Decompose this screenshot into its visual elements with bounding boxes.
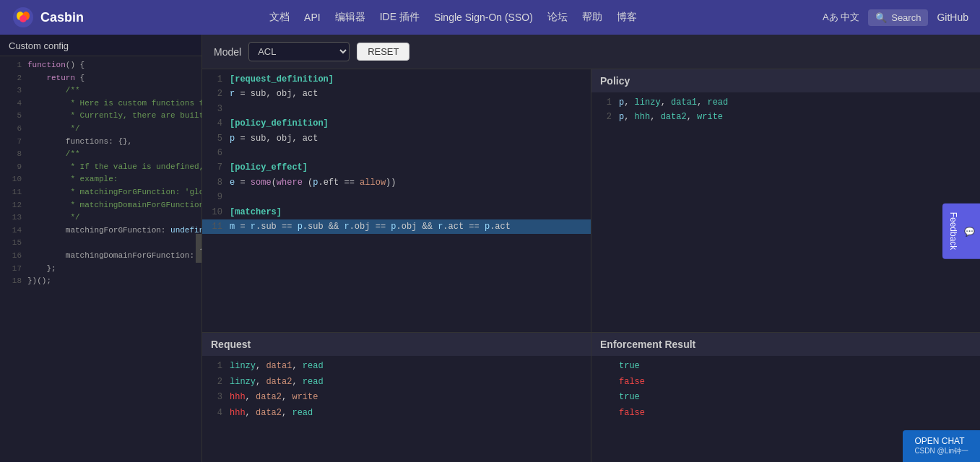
chat-label: OPEN CHAT bbox=[914, 436, 968, 446]
code-line-14: 14 matchingForGFunction: undefined, bbox=[0, 225, 201, 237]
model-line-2: 2 r = sub, obj, act bbox=[202, 87, 591, 101]
policy-panel-header: Policy bbox=[591, 69, 980, 92]
enforcement-line-1: true bbox=[591, 359, 980, 375]
nav-ide[interactable]: IDE 插件 bbox=[380, 11, 420, 24]
request-line-4: 4 hhh, data2, read bbox=[202, 406, 591, 422]
request-code-editor[interactable]: 1 linzy, data1, read 2 linzy, data2, rea… bbox=[202, 356, 591, 462]
model-editor-panel: 1 [request_definition] 2 r = sub, obj, a… bbox=[202, 69, 591, 332]
panels-row: 1 [request_definition] 2 r = sub, obj, a… bbox=[202, 69, 980, 332]
code-line-3: 3 /** bbox=[0, 84, 201, 97]
model-line-8: 8 e = some(where (p.eft == allow)) bbox=[202, 175, 591, 190]
code-line-13: 13 */ bbox=[0, 212, 201, 225]
model-line-1: 1 [request_definition] bbox=[202, 72, 591, 87]
request-line-3: 3 hhh, data2, write bbox=[202, 390, 591, 406]
policy-line-1: 1 p, linzy, data1, read bbox=[591, 95, 980, 110]
request-line-1: 1 linzy, data1, read bbox=[202, 359, 591, 375]
nav-forum[interactable]: 论坛 bbox=[547, 11, 568, 24]
code-line-6: 6 */ bbox=[0, 123, 201, 136]
search-label: Search bbox=[891, 12, 921, 23]
policy-editor-panel: Policy 1 p, linzy, data1, read 2 p, hhh,… bbox=[591, 69, 980, 332]
request-panel: Request 1 linzy, data1, read 2 linzy, da… bbox=[202, 333, 591, 462]
chat-sublabel: CSDN @Lin钟一 bbox=[914, 446, 968, 456]
code-line-15: 15 bbox=[0, 237, 201, 250]
nav-api[interactable]: API bbox=[304, 12, 321, 23]
policy-line-2: 2 p, hhh, data2, write bbox=[591, 110, 980, 124]
enforcement-panel-header: Enforcement Result bbox=[591, 333, 980, 356]
nav-right: Aあ 中文 🔍 Search GitHub bbox=[823, 9, 968, 26]
model-line-4: 4 [policy_definition] bbox=[202, 116, 591, 131]
code-line-16: 16 matchingDomainForGFunction: undefined bbox=[0, 250, 201, 263]
code-line-17: 17 }; bbox=[0, 263, 201, 276]
model-line-9: 9 bbox=[202, 190, 591, 204]
feedback-tab[interactable]: 💬 Feedback bbox=[942, 204, 980, 259]
feedback-label: Feedback bbox=[948, 212, 958, 250]
enforcement-result-3: true bbox=[619, 390, 640, 406]
enforcement-line-2: false bbox=[591, 375, 980, 391]
nav-editor[interactable]: 编辑器 bbox=[335, 11, 365, 24]
collapse-sidebar-button[interactable]: ◀ bbox=[196, 234, 202, 263]
enforcement-line-3: true bbox=[591, 390, 980, 406]
code-line-1: 1 function() { bbox=[0, 59, 201, 72]
code-line-5: 5 * Currently, there are built-in globMa… bbox=[0, 110, 201, 123]
code-line-7: 7 functions: {}, bbox=[0, 136, 201, 149]
svg-point-3 bbox=[19, 15, 27, 22]
reset-button[interactable]: RESET bbox=[357, 43, 409, 61]
feedback-icon: 💬 bbox=[964, 225, 974, 236]
nav-blog[interactable]: 博客 bbox=[617, 11, 637, 24]
code-line-10: 10 * example: bbox=[0, 173, 201, 186]
search-bar[interactable]: 🔍 Search bbox=[868, 9, 928, 26]
model-line-7: 7 [policy_effect] bbox=[202, 160, 591, 175]
sidebar-code-editor[interactable]: 1 function() { 2 return { 3 /** 4 * Here… bbox=[0, 56, 201, 461]
model-code-editor[interactable]: 1 [request_definition] 2 r = sub, obj, a… bbox=[202, 69, 591, 332]
model-label: Model bbox=[214, 46, 241, 58]
logo-icon bbox=[12, 6, 35, 29]
model-line-11: 11 m = r.sub == p.sub && r.obj == p.obj … bbox=[202, 219, 591, 234]
sidebar-title: Custom config bbox=[0, 35, 201, 56]
model-line-3: 3 bbox=[202, 102, 591, 116]
model-select[interactable]: ACL RBAC ABAC bbox=[248, 42, 350, 61]
logo-text: Casbin bbox=[40, 10, 84, 25]
request-line-2: 2 linzy, data2, read bbox=[202, 375, 591, 391]
request-panel-header: Request bbox=[202, 333, 591, 356]
model-line-10: 10 [matchers] bbox=[202, 205, 591, 219]
enforcement-line-4: false bbox=[591, 406, 980, 422]
content-area: Model ACL RBAC ABAC RESET 1 [request_def… bbox=[202, 35, 980, 462]
code-line-4: 4 * Here is custom functions for Casbin. bbox=[0, 97, 201, 110]
lang-switcher[interactable]: Aあ 中文 bbox=[823, 11, 859, 24]
code-line-12: 12 * matchingDomainForGFunction: 'keyMat… bbox=[0, 199, 201, 212]
nav-sso[interactable]: Single Sign-On (SSO) bbox=[434, 12, 533, 23]
code-line-9: 9 * If the value is undefined, the Casbi… bbox=[0, 161, 201, 174]
bottom-row: Request 1 linzy, data1, read 2 linzy, da… bbox=[202, 332, 980, 462]
main-layout: Custom config 1 function() { 2 return { … bbox=[0, 35, 980, 462]
nav-docs[interactable]: 文档 bbox=[269, 11, 290, 24]
logo[interactable]: Casbin bbox=[12, 6, 84, 29]
top-navbar: Casbin 文档 API 编辑器 IDE 插件 Single Sign-On … bbox=[0, 0, 980, 35]
enforcement-result-1: true bbox=[619, 359, 640, 375]
open-chat-button[interactable]: OPEN CHAT CSDN @Lin钟一 bbox=[903, 430, 980, 462]
code-line-2: 2 return { bbox=[0, 72, 201, 85]
model-selector-row: Model ACL RBAC ABAC RESET bbox=[202, 35, 980, 69]
nav-help[interactable]: 帮助 bbox=[582, 11, 602, 24]
code-line-11: 11 * matchingForGFunction: 'globMatch' bbox=[0, 186, 201, 199]
code-line-8: 8 /** bbox=[0, 148, 201, 161]
enforcement-result-4: false bbox=[619, 406, 645, 422]
model-line-5: 5 p = sub, obj, act bbox=[202, 131, 591, 146]
code-line-18: 18 })(); bbox=[0, 275, 201, 288]
sidebar: Custom config 1 function() { 2 return { … bbox=[0, 35, 202, 462]
github-link[interactable]: GitHub bbox=[937, 12, 968, 23]
search-icon: 🔍 bbox=[875, 12, 887, 23]
policy-code-editor[interactable]: 1 p, linzy, data1, read 2 p, hhh, data2,… bbox=[591, 92, 980, 332]
enforcement-result-2: false bbox=[619, 375, 645, 391]
model-line-6: 6 bbox=[202, 146, 591, 160]
nav-links: 文档 API 编辑器 IDE 插件 Single Sign-On (SSO) 论… bbox=[101, 11, 805, 24]
